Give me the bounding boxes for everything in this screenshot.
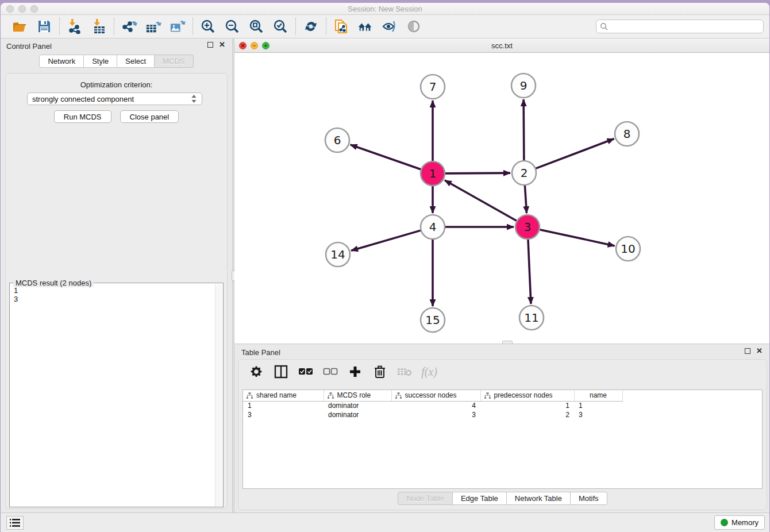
- graph-node-9[interactable]: 9: [511, 74, 536, 98]
- tab-style[interactable]: Style: [84, 55, 117, 68]
- tree-icon: [328, 392, 334, 399]
- network-canvas[interactable]: 7968124314101511: [234, 53, 769, 344]
- tab-motifs[interactable]: Motifs: [571, 492, 607, 505]
- tab-select[interactable]: Select: [117, 55, 155, 68]
- close-panel-icon[interactable]: ✕: [219, 42, 225, 48]
- edge-1-6[interactable]: [351, 145, 421, 169]
- zoom-in-icon[interactable]: [200, 18, 216, 34]
- float-panel-icon[interactable]: [207, 42, 213, 48]
- graph-node-8[interactable]: 8: [615, 122, 639, 146]
- edge-1-2[interactable]: [445, 173, 510, 174]
- zoom-fit-icon[interactable]: [248, 18, 264, 34]
- table-toolbar: f(x): [238, 360, 767, 383]
- import-network-icon[interactable]: [67, 18, 83, 34]
- column-header-name[interactable]: name: [574, 390, 622, 401]
- table-row[interactable]: 3dominator323: [243, 410, 632, 419]
- control-panel-tabs: NetworkStyleSelectMCDS: [1, 55, 232, 68]
- svg-text:7: 7: [429, 80, 437, 94]
- svg-text:15: 15: [425, 313, 440, 327]
- edge-4-14[interactable]: [351, 230, 421, 250]
- close-panel-button[interactable]: Close panel: [120, 110, 179, 123]
- search-icon: [600, 22, 608, 30]
- mcds-result-box: MCDS result (2 nodes) 1 3: [9, 283, 224, 507]
- network-graph[interactable]: 7968124314101511: [234, 53, 769, 344]
- graph-node-7[interactable]: 7: [421, 75, 445, 99]
- first-neighbors-icon[interactable]: [357, 18, 374, 34]
- svg-text:4: 4: [429, 220, 437, 234]
- graph-node-14[interactable]: 14: [326, 242, 350, 267]
- save-session-icon[interactable]: [36, 18, 52, 34]
- show-graphics-details-icon[interactable]: [406, 18, 422, 34]
- open-session-icon[interactable]: [12, 18, 28, 34]
- result-scrollbar[interactable]: [215, 284, 222, 506]
- graph-node-11[interactable]: 11: [519, 306, 544, 330]
- zoom-out-icon[interactable]: [224, 18, 240, 34]
- tab-network-table[interactable]: Network Table: [507, 492, 571, 505]
- titlebar: Session: New Session: [1, 3, 769, 15]
- edge-2-8[interactable]: [536, 139, 614, 169]
- graph-node-6[interactable]: 6: [325, 128, 349, 152]
- chevron-up-down-icon: [191, 94, 197, 103]
- export-table-icon[interactable]: [145, 18, 161, 34]
- edge-2-3[interactable]: [525, 186, 526, 213]
- deselect-all-icon[interactable]: [323, 364, 338, 379]
- edge-3-1[interactable]: [445, 180, 517, 221]
- close-table-panel-icon[interactable]: ✕: [756, 348, 763, 354]
- mcds-panel: Optimization criterion: strongly connect…: [5, 73, 228, 509]
- network-titlebar: ✕ − + scc.txt: [234, 38, 769, 53]
- memory-label: Memory: [732, 518, 759, 527]
- add-column-icon[interactable]: [348, 364, 363, 379]
- graph-node-10[interactable]: 10: [616, 237, 640, 261]
- svg-text:11: 11: [524, 311, 538, 325]
- node-table[interactable]: shared nameMCDS rolesuccessor nodesprede…: [242, 390, 763, 489]
- table-tabs: Node TableEdge TableNetwork TableMotifs: [238, 492, 767, 505]
- search-input[interactable]: [610, 22, 760, 31]
- graph-node-15[interactable]: 15: [421, 308, 445, 332]
- column-header-shared-name[interactable]: shared name: [243, 390, 324, 401]
- export-image-icon[interactable]: [170, 18, 186, 34]
- svg-text:9: 9: [520, 79, 528, 92]
- edge-3-11[interactable]: [528, 240, 531, 304]
- import-table-icon[interactable]: [91, 18, 107, 34]
- table-row[interactable]: 1dominator411: [243, 401, 632, 410]
- graph-node-1[interactable]: 1: [421, 161, 445, 186]
- tab-edge-table[interactable]: Edge Table: [453, 492, 507, 505]
- hide-selected-icon[interactable]: [382, 18, 398, 34]
- edge-2-9[interactable]: [523, 99, 524, 160]
- memory-status-icon: [721, 519, 728, 526]
- run-mcds-button[interactable]: Run MCDS: [54, 110, 111, 123]
- memory-button[interactable]: Memory: [714, 515, 765, 530]
- graph-node-4[interactable]: 4: [421, 215, 445, 239]
- criterion-value: strongly connected component: [32, 95, 134, 103]
- delete-table-icon: [397, 364, 412, 379]
- svg-text:2: 2: [521, 166, 528, 180]
- refresh-view-icon[interactable]: [303, 18, 319, 34]
- column-header-successor-nodes[interactable]: successor nodes: [391, 390, 480, 401]
- column-header-predecessor-nodes[interactable]: predecessor nodes: [480, 390, 574, 401]
- tab-node-table[interactable]: Node Table: [398, 492, 453, 505]
- control-panel-title: Control Panel: [6, 42, 52, 51]
- column-header-MCDS-role[interactable]: MCDS role: [324, 390, 391, 401]
- zoom-selected-icon[interactable]: [272, 18, 288, 34]
- graph-node-2[interactable]: 2: [512, 161, 536, 185]
- tab-network[interactable]: Network: [39, 55, 84, 68]
- task-history-button[interactable]: [6, 516, 24, 530]
- tab-mcds[interactable]: MCDS: [155, 55, 193, 68]
- app-window: Session: New Session: [1, 3, 769, 532]
- delete-column-icon[interactable]: [372, 364, 387, 379]
- criterion-select[interactable]: strongly connected component: [27, 92, 202, 105]
- optimization-criterion-label: Optimization criterion:: [6, 80, 227, 89]
- table-panel-title: Table Panel: [241, 348, 280, 357]
- graph-node-3[interactable]: 3: [515, 215, 540, 239]
- split-columns-icon[interactable]: [274, 364, 288, 379]
- svg-text:10: 10: [621, 242, 635, 256]
- export-network-icon[interactable]: [121, 18, 137, 34]
- clone-network-icon[interactable]: [333, 18, 349, 34]
- gear-icon[interactable]: [249, 364, 264, 379]
- network-title: scc.txt: [234, 41, 769, 50]
- edge-3-10[interactable]: [540, 230, 614, 246]
- float-table-panel-icon[interactable]: [745, 348, 750, 354]
- select-all-icon[interactable]: [298, 364, 313, 379]
- svg-text:8: 8: [623, 127, 631, 141]
- status-bar: Memory: [1, 512, 769, 532]
